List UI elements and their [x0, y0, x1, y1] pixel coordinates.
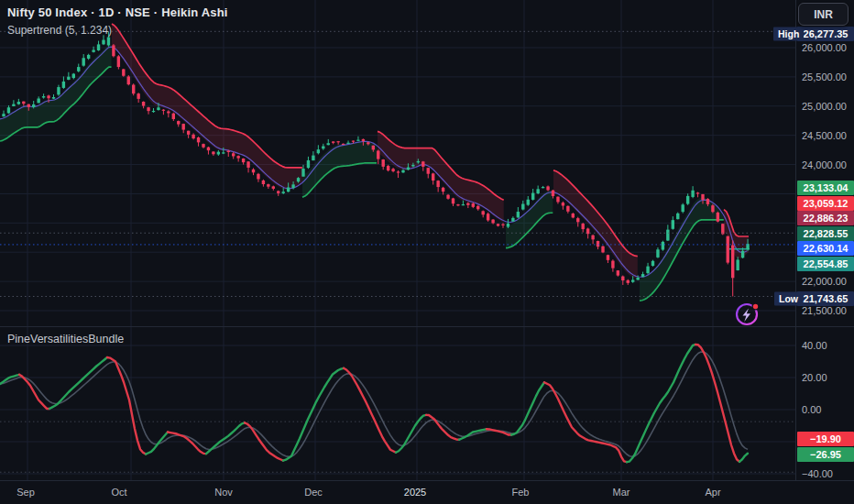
month-label: Apr	[705, 487, 720, 498]
indicator-axis-badge: 23,133.04	[797, 181, 854, 195]
oscillator-tick-label: 0.00	[802, 404, 821, 415]
indicator-axis-badge: 22,886.23	[797, 211, 854, 225]
pane-separator[interactable]	[0, 326, 854, 327]
oscillator-value-badge: −26.95	[797, 447, 854, 462]
oscillator-tick-label: −40.00	[802, 468, 833, 479]
trading-chart-app: Nifty 50 Index · 1D · NSE · Heikin Ashi …	[0, 0, 854, 504]
oscillator-value-badge: −19.90	[797, 432, 854, 446]
price-tick-label: 24,500.00	[802, 130, 847, 141]
month-label: Mar	[613, 487, 630, 498]
lightning-icon	[734, 301, 761, 328]
indicator-axis-badge: 22,828.55	[797, 226, 854, 241]
time-axis[interactable]: SepOctNovDec2025FebMarApr	[0, 480, 854, 504]
month-label: Dec	[304, 487, 323, 498]
price-tick-label: 21,500.00	[802, 305, 847, 316]
high-value-axis-badge: 26,277.35	[797, 27, 854, 41]
oscillator-indicator-label[interactable]: PineVersatilitiesBundle	[7, 333, 124, 345]
month-label: Sep	[16, 487, 35, 498]
symbol-title[interactable]: Nifty 50 Index · 1D · NSE · Heikin Ashi	[7, 5, 228, 19]
low-value-axis-badge: 21,743.65	[797, 291, 854, 306]
tradingview-lightning-logo[interactable]	[734, 301, 761, 328]
price-tick-label: 25,500.00	[802, 71, 847, 82]
month-label: Nov	[214, 487, 233, 498]
indicator-axis-badge: 22,554.85	[797, 257, 854, 271]
low-label-badge: Low	[774, 291, 803, 305]
indicator-axis-badge: 23,059.12	[797, 196, 854, 211]
high-label-badge: High	[773, 27, 804, 40]
last-price-axis-badge: 22,630.14	[797, 241, 854, 256]
price-tick-label: 25,000.00	[802, 101, 847, 112]
oscillator-tick-label: 20.00	[802, 372, 827, 383]
month-label: Oct	[111, 487, 126, 498]
price-tick-label: 26,000.00	[802, 42, 847, 53]
currency-button[interactable]: INR	[798, 3, 849, 26]
price-axis[interactable]: 26,000.0025,500.0025,000.0024,500.0024,0…	[795, 0, 854, 480]
month-label: 2025	[404, 487, 426, 498]
price-tick-label: 22,000.00	[802, 276, 847, 287]
oscillator-tick-label: 40.00	[802, 340, 827, 351]
chart-plot-area[interactable]	[0, 0, 795, 480]
month-label: Feb	[512, 487, 530, 498]
price-tick-label: 24,000.00	[802, 159, 847, 170]
supertrend-indicator-label[interactable]: Supertrend (5, 1.234)	[7, 24, 112, 37]
